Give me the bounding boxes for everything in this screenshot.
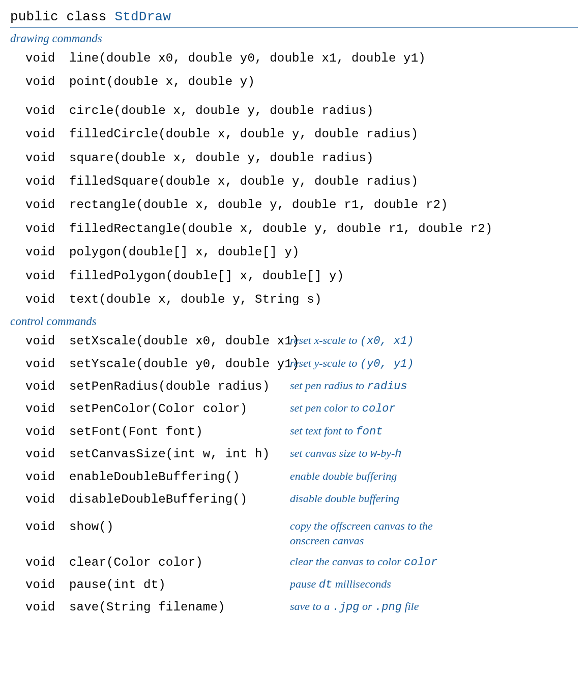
method-signature: point(double x, double y)	[69, 74, 255, 90]
method-description: set text font to font	[280, 424, 578, 440]
return-type: void	[25, 599, 69, 616]
method-description: set canvas size to w-by-h	[280, 446, 578, 462]
method-signature: square(double x, double y, double radius…	[69, 150, 374, 166]
return-type: void	[25, 469, 69, 485]
method-signature: setCanvasSize(int w, int h)	[69, 446, 270, 462]
section-label-drawing: drawing commands	[10, 32, 578, 45]
class-header: public class StdDraw	[10, 9, 578, 28]
method-signature: text(double x, double y, String s)	[69, 291, 321, 308]
method-signature: setYscale(double y0, double y1)	[69, 356, 300, 372]
drawing-methods: voidline(double x0, double y0, double x1…	[25, 50, 578, 308]
method-description: set pen radius to radius	[280, 378, 578, 394]
return-type: void	[25, 577, 69, 593]
return-type: void	[25, 50, 69, 67]
method-signature: setPenRadius(double radius)	[69, 378, 270, 395]
method-signature: filledPolygon(double[] x, double[] y)	[69, 268, 344, 284]
method-signature: setPenColor(Color color)	[69, 401, 247, 417]
return-type: void	[25, 519, 69, 535]
method-signature: enableDoubleBuffering()	[69, 469, 240, 485]
return-type: void	[25, 74, 69, 90]
control-methods: voidsetXscale(double x0, double x1) rese…	[25, 333, 578, 616]
return-type: void	[25, 150, 69, 166]
method-signature: rectangle(double x, double y, double r1,…	[69, 197, 448, 213]
method-signature: show()	[69, 519, 114, 535]
method-signature: clear(Color color)	[69, 555, 203, 571]
method-signature: filledCircle(double x, double y, double …	[69, 126, 418, 142]
class-prefix: public class	[10, 9, 114, 24]
method-description: clear the canvas to color color	[280, 555, 578, 570]
method-signature: save(String filename)	[69, 599, 225, 616]
method-description: reset y-scale to (y0, y1)	[280, 356, 578, 372]
method-signature: line(double x0, double y0, double x1, do…	[69, 50, 426, 67]
return-type: void	[25, 446, 69, 462]
method-signature: setXscale(double x0, double x1)	[69, 333, 300, 349]
method-description: disable double buffering	[280, 491, 578, 506]
method-signature: filledRectangle(double x, double y, doub…	[69, 221, 492, 237]
method-description: pause dt milliseconds	[280, 577, 578, 593]
method-description: enable double buffering	[280, 469, 578, 484]
method-signature: polygon(double[] x, double[] y)	[69, 244, 300, 260]
method-description: copy the offscreen canvas to the onscree…	[280, 519, 463, 548]
return-type: void	[25, 356, 69, 372]
method-signature: circle(double x, double y, double radius…	[69, 103, 374, 119]
return-type: void	[25, 333, 69, 349]
return-type: void	[25, 173, 69, 190]
section-label-control: control commands	[10, 315, 578, 328]
return-type: void	[25, 555, 69, 571]
return-type: void	[25, 197, 69, 213]
return-type: void	[25, 401, 69, 417]
method-signature: filledSquare(double x, double y, double …	[69, 173, 418, 190]
return-type: void	[25, 491, 69, 508]
return-type: void	[25, 221, 69, 237]
return-type: void	[25, 103, 69, 119]
method-signature: pause(int dt)	[69, 577, 166, 593]
class-name: StdDraw	[114, 9, 171, 24]
method-description: set pen color to color	[280, 401, 578, 417]
method-signature: disableDoubleBuffering()	[69, 491, 247, 508]
method-description: reset x-scale to (x0, x1)	[280, 333, 578, 349]
method-signature: setFont(Font font)	[69, 424, 203, 440]
return-type: void	[25, 424, 69, 440]
return-type: void	[25, 244, 69, 260]
return-type: void	[25, 126, 69, 142]
method-description: save to a .jpg or .png file	[280, 599, 578, 615]
return-type: void	[25, 291, 69, 308]
return-type: void	[25, 378, 69, 395]
return-type: void	[25, 268, 69, 284]
